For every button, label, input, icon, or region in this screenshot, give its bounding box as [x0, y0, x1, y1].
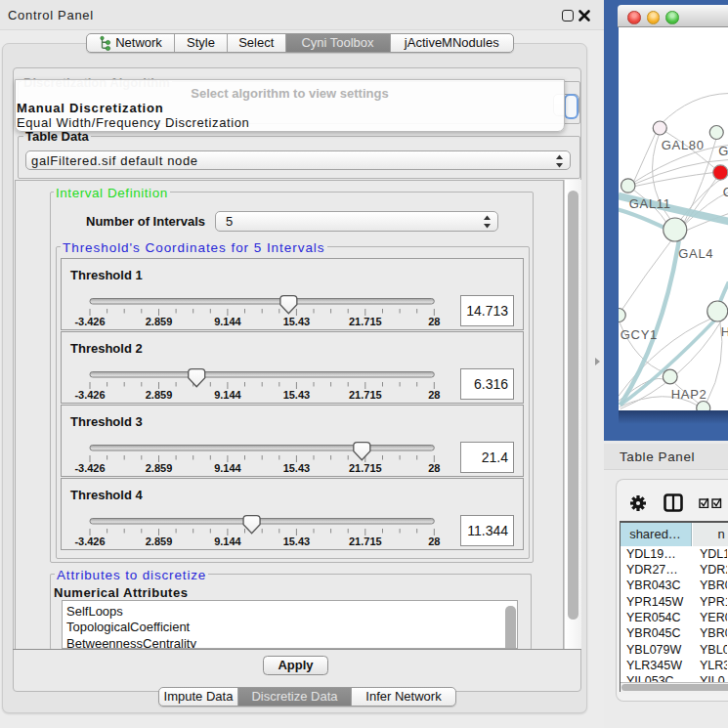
svg-text:9.144: 9.144 [214, 462, 241, 474]
svg-text:15.43: 15.43 [283, 389, 311, 401]
svg-text:21.715: 21.715 [349, 316, 382, 327]
svg-text:21.715: 21.715 [349, 389, 382, 401]
svg-text:-3.426: -3.426 [74, 316, 105, 327]
svg-text:28: 28 [428, 389, 440, 401]
svg-text:GAL80: GAL80 [661, 137, 704, 151]
svg-text:15.43: 15.43 [283, 535, 311, 547]
svg-text:2.859: 2.859 [146, 535, 173, 547]
svg-text:15.43: 15.43 [283, 462, 311, 474]
svg-text:GCY1: GCY1 [620, 326, 657, 341]
svg-text:9.144: 9.144 [214, 316, 241, 327]
svg-text:H: H [720, 323, 728, 338]
svg-text:HAP2: HAP2 [670, 386, 707, 401]
svg-text:21.715: 21.715 [349, 462, 382, 474]
svg-text:15.43: 15.43 [283, 316, 311, 327]
svg-text:GA: GA [718, 143, 728, 157]
svg-text:GAL4: GAL4 [678, 245, 713, 260]
svg-text:2.859: 2.859 [146, 462, 173, 474]
svg-text:21.715: 21.715 [349, 535, 382, 547]
svg-text:9.144: 9.144 [214, 389, 241, 401]
svg-text:-3.426: -3.426 [74, 389, 105, 401]
svg-text:28: 28 [428, 316, 440, 327]
svg-text:2.859: 2.859 [146, 316, 173, 327]
svg-text:28: 28 [428, 462, 440, 474]
svg-text:-3.426: -3.426 [74, 462, 105, 474]
svg-text:2.859: 2.859 [146, 389, 173, 401]
svg-text:-3.426: -3.426 [74, 535, 105, 547]
svg-text:28: 28 [428, 535, 440, 547]
svg-text:GAL11: GAL11 [628, 195, 670, 210]
svg-text:9.144: 9.144 [214, 535, 241, 547]
svg-text:C: C [722, 184, 728, 198]
